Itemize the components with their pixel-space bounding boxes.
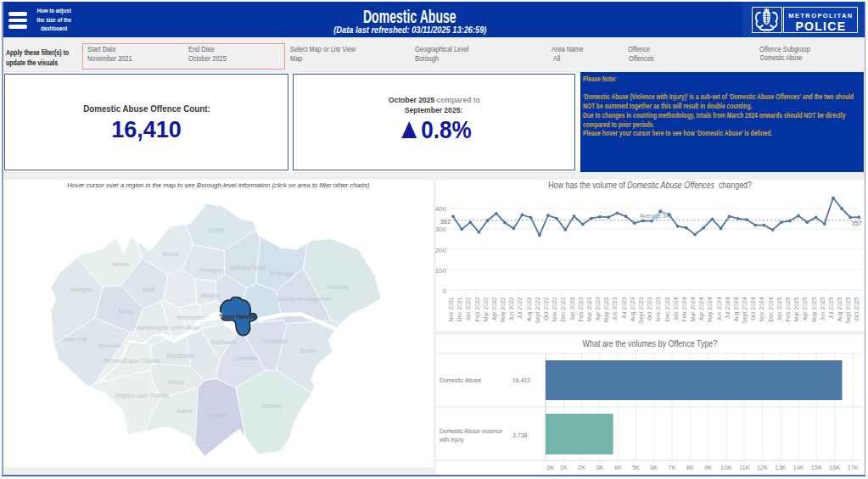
svg-text:Tower Hamlets: Tower Hamlets xyxy=(220,313,259,320)
svg-text:Bromley: Bromley xyxy=(263,402,283,409)
svg-text:Kingston upon Thames: Kingston upon Thames xyxy=(115,392,169,399)
svg-text:Enfield: Enfield xyxy=(209,226,225,234)
svg-text:Southwark: Southwark xyxy=(211,338,236,346)
svg-text:Ealing: Ealing xyxy=(119,308,133,315)
svg-text:Wandsworth: Wandsworth xyxy=(166,352,195,359)
svg-text:Haringey: Haringey xyxy=(200,266,221,274)
svg-text:Hounslow: Hounslow xyxy=(99,342,123,349)
svg-text:Bexley: Bexley xyxy=(300,347,316,354)
svg-text:Croydon: Croydon xyxy=(209,411,228,419)
svg-text:Westminster: Westminster xyxy=(176,314,206,321)
svg-text:Lewisham: Lewisham xyxy=(234,354,258,362)
svg-text:Barnet: Barnet xyxy=(163,250,178,258)
svg-text:Waltham Forest: Waltham Forest xyxy=(230,264,266,271)
svg-text:Havering: Havering xyxy=(328,283,349,291)
svg-text:Hammersmith and Fulham: Hammersmith and Fulham xyxy=(137,324,199,331)
svg-text:Other / NK: Other / NK xyxy=(63,336,87,343)
svg-text:Islington: Islington xyxy=(201,292,221,299)
svg-text:Richmond upon Thames: Richmond upon Thames xyxy=(104,357,160,365)
svg-text:Sutton: Sutton xyxy=(176,407,192,415)
svg-text:Merton: Merton xyxy=(169,378,185,386)
svg-text:Barking and Dagenham: Barking and Dagenham xyxy=(277,295,333,303)
svg-text:Redbridge: Redbridge xyxy=(270,270,294,277)
svg-text:Hillingdon: Hillingdon xyxy=(70,286,93,293)
svg-text:Brent: Brent xyxy=(143,286,155,293)
svg-text:Greenwich: Greenwich xyxy=(262,337,288,345)
svg-text:Harrow: Harrow xyxy=(112,260,130,268)
